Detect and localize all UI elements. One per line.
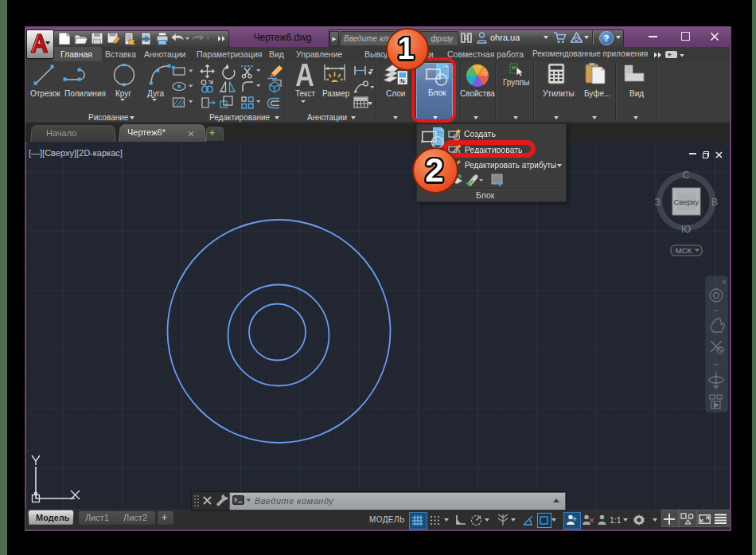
svg-text:МСК: МСК (676, 246, 692, 255)
svg-text:Сверху: Сверху (674, 197, 699, 206)
svg-text:В: В (711, 197, 718, 208)
svg-text:З: З (654, 197, 660, 208)
svg-text:Ю: Ю (681, 224, 691, 235)
svg-text:С: С (683, 170, 690, 181)
